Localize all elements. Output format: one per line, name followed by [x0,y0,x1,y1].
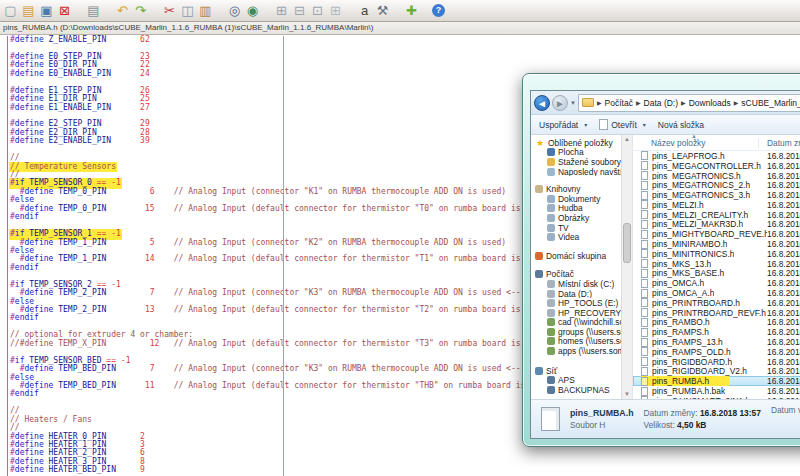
scroll-up-icon[interactable]: ▲ [622,135,632,144]
file-row[interactable]: pins_OMCA.h16.8.2018 13:57 [633,278,800,288]
file-row[interactable]: pins_MELZI_MAKR3D.h16.8.2018 13:57 [633,220,800,230]
sidebar-item-homes-users-soma-cz[interactable]: homes (\\users.soma.cz) [535,337,621,347]
settings-icon[interactable]: ⚒ [374,2,391,19]
sidebar-item-data-d[interactable]: Data (D:) [535,289,621,299]
save-file-icon[interactable]: ▣ [38,2,55,19]
new-window-icon[interactable]: ⊞ [273,2,290,19]
file-icon [641,220,648,229]
organize-button[interactable]: Uspořádat [539,120,587,130]
update-icon[interactable]: ✚ [403,2,420,19]
file-row[interactable]: pins_PRINTRBOARD_REVF.h16.8.2018 13:57 [633,308,800,318]
file-name-cell: pins_PRINTRBOARD.h [641,298,767,308]
file-row[interactable]: pins_RAMPS_13.h16.8.2018 13:57 [633,337,800,347]
file-icon [641,181,648,190]
sidebar-item-naposledy-nav-t-ven[interactable]: Naposledy navštívené [535,167,621,177]
redo-icon[interactable]: ↷ [132,2,149,19]
column-header-modified[interactable]: Datum změny [759,138,800,148]
breadcrumb-segment[interactable]: Počítač [605,98,633,108]
file-row[interactable]: pins_MELZI_CREALITY.h16.8.2018 13:57 [633,210,800,220]
sidebar-item-hp-recovery-g[interactable]: HP_RECOVERY (G:) [535,308,621,318]
sidebar-item-m-stn-disk-c[interactable]: Místní disk (C:) [535,279,621,289]
sidebar-item-dom-c-skupina[interactable]: Domácí skupina [535,251,621,261]
undo-icon[interactable]: ↶ [114,2,131,19]
sidebar-item-backupnas[interactable]: BACKUPNAS [535,385,621,395]
file-row[interactable]: pins_MINIRAMBO.h16.8.2018 13:57 [633,239,800,249]
help-icon[interactable]: ? [432,4,445,17]
file-row[interactable]: pins_MKS_13.h16.8.2018 13:57 [633,259,800,269]
file-row[interactable]: pins_OMCA_A.h16.8.2018 13:57 [633,288,800,298]
file-row[interactable]: pins_RAMBO.h16.8.2018 13:57 [633,318,800,328]
sidebar-item-aps[interactable]: APS [535,375,621,385]
file-modified-date: 16.8.2018 13:57 [767,180,800,190]
file-icon [641,328,648,337]
sidebar-item-groups-users-soma-cz[interactable]: groups (\\users.soma.cz) [535,327,621,337]
find-in-files-icon[interactable]: ◉ [244,2,261,19]
close-file-icon[interactable]: ⊠ [56,2,73,19]
file-row[interactable]: pins_RIGIDBOARD_V2.h16.8.2018 13:57 [633,367,800,377]
file-row[interactable]: pins_MIGHTYBOARD_REVE.h16.8.2018 13:57 [633,229,800,239]
file-row[interactable]: pins_RIGIDBOARD.h16.8.2018 13:57 [633,357,800,367]
sidebar-item-videa[interactable]: Videa [535,232,621,242]
scroll-down-icon[interactable]: ▼ [622,390,632,399]
file-modified-date: 16.8.2018 13:57 [767,171,800,181]
file-row[interactable]: pins_MEGATRONICS_2.h16.8.2018 13:57 [633,180,800,190]
cascade-windows-icon[interactable]: ⊞ [327,2,344,19]
open-file-icon[interactable]: ▤ [20,2,37,19]
file-row[interactable]: pins_PRINTRBOARD.h16.8.2018 13:57 [633,298,800,308]
file-row[interactable]: pins_MELZI.h16.8.2018 13:57 [633,200,800,210]
font-icon[interactable]: a [356,2,373,19]
homegroup-icon [535,252,543,260]
editor-tab-bar[interactable]: pins_RUMBA.h (D:\Downloads\sCUBE_Marlin_… [0,22,800,35]
column-header-name[interactable]: Název položky [633,138,759,148]
sidebar-item-hp-tools-e[interactable]: HP_TOOLS (E:) [535,298,621,308]
new-file-icon[interactable]: ▢ [2,2,19,19]
sidebar-item-dokumenty[interactable]: Dokumenty [535,194,621,204]
new-folder-button[interactable]: Nová složka [658,120,704,130]
sidebar-item-apps-users-soma-cz-z[interactable]: apps (\\users.soma.cz) (Z [535,346,621,356]
sidebar-item-obl-ben-polo-ky[interactable]: ★Oblíbené položky [535,138,621,148]
paste-icon[interactable]: ▥ [197,2,214,19]
sidebar-item-s[interactable]: Síť [535,366,621,376]
tile-vertical-icon[interactable]: ⊡ [309,2,326,19]
sidebar-item-hudba[interactable]: Hudba [535,204,621,214]
file-row[interactable]: pins_MEGACONTROLLER.h16.8.2018 13:57 [633,161,800,171]
breadcrumb[interactable]: ▶Počítač▶Data (D:)▶Downloads▶sCUBE_Marli… [578,94,800,112]
file-row[interactable]: pins_RUMBA.h16.8.2018 13:57 [633,376,800,386]
sidebar-item-plocha[interactable]: Plocha [535,148,621,158]
breadcrumb-segment[interactable]: Downloads [689,98,731,108]
file-row[interactable]: pins_LEAPFROG.h16.8.2018 13:57 [633,151,800,161]
file-row[interactable]: pins_RAMPS_OLD.h16.8.2018 13:57 [633,347,800,357]
file-row[interactable]: pins_MEGATRONICS.h16.8.2018 13:57 [633,171,800,181]
copy-icon[interactable]: ◫ [179,2,196,19]
breadcrumb-segment[interactable]: sCUBE_Marlin_1.1.6_RUMBA (1) [741,98,800,108]
breadcrumb-separator-icon: ▶ [734,99,739,106]
new-folder-label: Nová složka [658,120,704,130]
tile-horizontal-icon[interactable]: ⊟ [291,2,308,19]
file-row[interactable]: pins_MKS_BASE.h16.8.2018 13:57 [633,269,800,279]
sidebar-item-po-ta[interactable]: Počítač [535,270,621,280]
forward-button[interactable]: ► [552,95,568,111]
navigation-scrollbar[interactable]: ▲ ▼ [621,135,632,399]
open-button[interactable]: Otevřít [599,119,646,130]
file-row[interactable]: pins_MEGATRONICS_3.h16.8.2018 13:57 [633,190,800,200]
breadcrumb-segment[interactable]: Data (D:) [644,98,678,108]
file-icon [641,347,648,356]
explorer-window: ◄ ► ▼ ▶Počítač▶Data (D:)▶Downloads▶sCUBE… [522,73,800,447]
file-row[interactable]: pins_MINITRONICS.h16.8.2018 13:57 [633,249,800,259]
sidebar-item-sta-en-soubory[interactable]: Stažené soubory [535,157,621,167]
sidebar-item-knihovny[interactable]: Knihovny [535,184,621,194]
file-icon [641,249,648,258]
network-drive-icon [547,318,555,326]
back-button[interactable]: ◄ [534,95,550,111]
sidebar-item-cad-windchill-soma-cz[interactable]: cad (\\windchill.soma.cz) [535,318,621,328]
file-row[interactable]: pins_RUMBA.h.bak16.8.2018 13:57 [633,386,800,396]
file-name: pins_RUMBA.h [652,376,709,386]
scrollbar-thumb[interactable] [623,223,631,263]
cut-icon[interactable]: ✂ [161,2,178,19]
find-icon[interactable]: ◎ [226,2,243,19]
recent-pages-caret-icon[interactable]: ▼ [570,100,576,106]
file-row[interactable]: pins_RAMPS.h16.8.2018 13:57 [633,327,800,337]
sidebar-item-tv[interactable]: TV [535,223,621,233]
sidebar-item-obr-zky[interactable]: Obrázky [535,213,621,223]
print-icon[interactable]: ▤ [85,2,102,19]
